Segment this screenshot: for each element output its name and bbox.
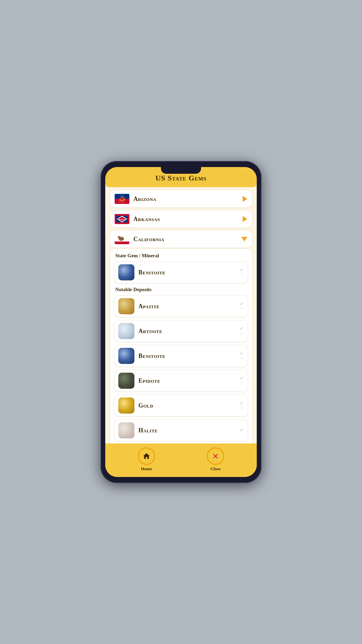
svg-rect-14 — [115, 241, 129, 244]
svg-rect-9 — [128, 214, 129, 224]
svg-text:★★★★: ★★★★ — [119, 218, 125, 220]
home-button[interactable]: Home — [138, 447, 155, 472]
svg-point-3 — [121, 198, 123, 200]
benitoite-deposit-name: Benitoite — [138, 353, 240, 360]
svg-rect-7 — [115, 222, 129, 224]
check-icon: ✓ — [240, 401, 244, 406]
arizona-expand-icon — [243, 196, 247, 202]
heart-icon: ♡ — [240, 406, 244, 410]
arkansas-flag: ★★★★ — [115, 214, 129, 224]
mineral-item-gold[interactable]: Gold ✓ ♡ — [114, 394, 248, 417]
epidote-name: Epidote — [138, 377, 240, 384]
arizona-name: Arizona — [133, 196, 243, 203]
check-icon: ✓ — [240, 376, 244, 381]
california-collapse-icon — [241, 237, 247, 241]
benitoite-thumb — [118, 264, 134, 280]
california-expanded: State Gem / Mineral Benitoite ✓ ♡ Notabl… — [110, 249, 252, 443]
state-row-arizona[interactable]: Arizona — [110, 191, 252, 207]
heart-icon: ♡ — [240, 332, 244, 336]
apatite-name: Apatite — [138, 303, 240, 310]
benitoite-deposit-thumb — [118, 348, 134, 364]
heart-icon: ♡ — [240, 381, 244, 385]
check-icon: ✓ — [240, 351, 244, 356]
check-icon: ✓ — [240, 268, 244, 272]
state-gem-label: State Gem / Mineral — [114, 253, 248, 259]
gold-name: Gold — [138, 402, 240, 409]
mineral-item-halite[interactable]: Halite ✓ — [114, 419, 248, 441]
arizona-flag — [115, 194, 129, 204]
epidote-icons: ✓ ♡ — [240, 376, 244, 385]
apatite-icons: ✓ ♡ — [240, 302, 244, 311]
mineral-item-apatite[interactable]: Apatite ✓ ♡ — [114, 295, 248, 317]
heart-icon: ♡ — [240, 273, 244, 277]
check-icon: ✓ — [240, 428, 244, 433]
app-title: US State Gems — [156, 174, 207, 182]
svg-rect-6 — [115, 214, 129, 216]
gold-thumb — [118, 397, 134, 414]
apatite-thumb — [118, 298, 134, 314]
halite-thumb — [118, 422, 134, 438]
halite-name: Halite — [138, 427, 240, 434]
scroll-area: Arizona — [105, 187, 257, 443]
epidote-thumb — [118, 373, 134, 389]
home-button-circle — [138, 447, 155, 465]
california-flag: ★ — [115, 234, 129, 244]
phone-shell: US State Gems Arizona — [101, 161, 261, 483]
phone-notch — [161, 167, 201, 174]
mineral-item-benitoite-deposit[interactable]: Benitoite ✓ ♡ — [114, 345, 248, 367]
mineral-item-state-gem[interactable]: Benitoite ✓ ♡ — [114, 261, 248, 283]
artinite-thumb — [118, 323, 134, 339]
mineral-item-artinite[interactable]: Artinite ✓ ♡ — [114, 320, 248, 342]
bottom-nav: Home Close — [105, 443, 257, 477]
svg-text:★: ★ — [117, 236, 120, 239]
benitoite-state-gem-name: Benitoite — [138, 269, 240, 276]
close-button-circle — [207, 447, 224, 465]
phone-screen: US State Gems Arizona — [105, 167, 257, 477]
svg-rect-8 — [115, 214, 116, 224]
state-row-arkansas[interactable]: ★★★★ Arkansas — [110, 211, 252, 227]
mineral-item-epidote[interactable]: Epidote ✓ ♡ — [114, 370, 248, 392]
close-icon — [212, 452, 220, 460]
arkansas-name: Arkansas — [133, 216, 243, 223]
california-name: California — [133, 236, 241, 243]
heart-icon: ♡ — [240, 357, 244, 361]
arkansas-expand-icon — [243, 216, 247, 222]
check-icon: ✓ — [240, 302, 244, 306]
benitoite-deposit-icons: ✓ ♡ — [240, 351, 244, 361]
check-icon: ✓ — [240, 326, 244, 331]
halite-icons: ✓ — [240, 428, 244, 433]
state-row-california[interactable]: ★ California — [110, 231, 252, 248]
artinite-icons: ✓ ♡ — [240, 326, 244, 336]
notable-deposits-label: Notable Deposits — [114, 287, 248, 292]
home-label: Home — [141, 466, 152, 472]
home-icon — [142, 452, 150, 460]
close-button[interactable]: Close — [207, 447, 224, 472]
artinite-name: Artinite — [138, 328, 240, 335]
benitoite-state-gem-icons: ✓ ♡ — [240, 268, 244, 277]
heart-icon: ♡ — [240, 307, 244, 311]
close-label: Close — [210, 466, 221, 472]
gold-icons: ✓ ♡ — [240, 401, 244, 410]
